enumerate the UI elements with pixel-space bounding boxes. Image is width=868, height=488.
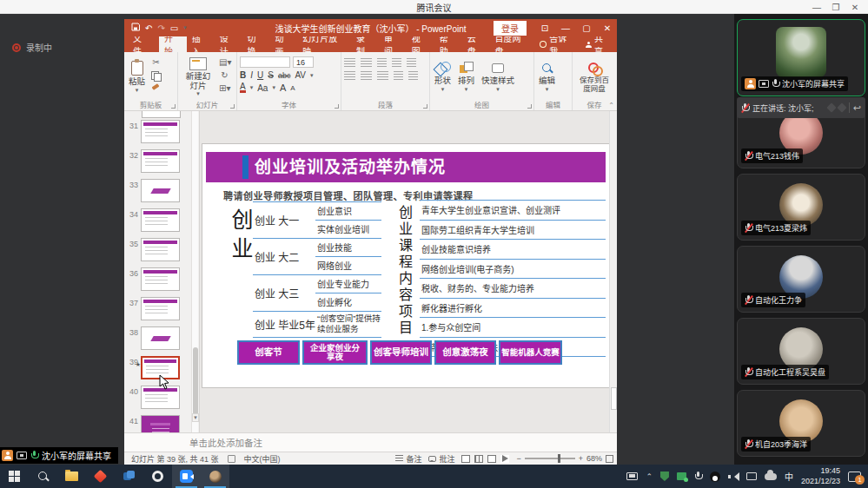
network-tray-icon[interactable] [746, 472, 757, 480]
format-painter-icon[interactable] [150, 83, 162, 93]
reply-arrow-icon[interactable]: ↩ [853, 103, 861, 113]
ppt-minimize-icon[interactable]: — [556, 19, 575, 36]
tab-baidu-netdisk[interactable]: 百度网盘 [490, 36, 535, 52]
slide-canvas[interactable]: 创业培训及活动举办情况 聘请创业导师教授项目管理、团队管理、专利申请等课程 创业… [202, 143, 616, 388]
change-case-button[interactable]: Aa [257, 83, 268, 93]
shrink-font-button[interactable]: A [290, 84, 295, 92]
accessibility-icon[interactable] [228, 455, 235, 463]
thumbnail-34[interactable]: 34 [124, 208, 180, 238]
qq-tray-icon[interactable] [710, 472, 720, 482]
tab-insert[interactable]: 插入 [187, 36, 215, 52]
thumbnail-36[interactable]: 36 [124, 267, 180, 297]
app-blue-docs-button[interactable] [115, 465, 143, 488]
microphone-tray-icon[interactable] [694, 472, 702, 481]
italic-button[interactable]: I [250, 70, 253, 80]
editor-scrollbar[interactable] [609, 111, 617, 432]
file-explorer-button[interactable] [57, 465, 86, 488]
undo-icon[interactable]: ↶ [145, 23, 152, 33]
char-spacing-button[interactable]: AV [295, 70, 306, 80]
taskbar-clock[interactable]: 19:45 2021/12/23 [801, 466, 840, 486]
shapes-button[interactable]: 形状▾ [433, 56, 453, 99]
save-icon[interactable] [131, 23, 140, 33]
line-spacing-icon[interactable] [392, 58, 401, 67]
reset-icon[interactable]: ↻ [219, 70, 230, 80]
minimize-icon[interactable]: — [807, 0, 826, 14]
participant-tile[interactable]: 自动化工程系吴昊盘 [737, 318, 865, 385]
font-color-button[interactable]: A [240, 82, 246, 93]
participant-tile[interactable]: 电气213夏梁炜 [737, 174, 865, 241]
reaction-icon[interactable] [837, 102, 846, 112]
security-shield-icon[interactable] [660, 472, 669, 481]
slide-editor[interactable]: 创业培训及活动举办情况 聘请创业导师教授项目管理、团队管理、专利申请等课程 创业… [200, 111, 617, 432]
app-browser-button[interactable] [143, 465, 172, 488]
ppt-close-icon[interactable]: ✕ [598, 19, 617, 36]
columns-icon[interactable] [408, 71, 418, 80]
bold-button[interactable]: B [240, 70, 246, 80]
app-red-diamond-button[interactable] [86, 465, 115, 488]
comments-toggle-button[interactable]: 批注 [428, 453, 454, 465]
align-right-icon[interactable] [377, 71, 388, 80]
tab-transitions[interactable]: 切换 [242, 36, 270, 52]
align-center-icon[interactable] [361, 71, 372, 80]
redo-icon[interactable]: ↷ [157, 23, 164, 33]
strikethrough-button[interactable]: abc [278, 71, 291, 80]
taskbar-search-button[interactable] [29, 465, 57, 488]
tab-view[interactable]: 视图 [407, 36, 434, 52]
tab-share[interactable]: 共享 [580, 36, 617, 52]
sync-tray-icon[interactable] [677, 472, 686, 480]
justify-icon[interactable] [394, 71, 403, 80]
text-direction-icon[interactable] [407, 58, 416, 67]
reading-view-icon[interactable] [487, 455, 496, 463]
scroll-down-arrow-icon[interactable]: ▼ [192, 413, 199, 422]
thumbnail-38[interactable]: 38 [124, 326, 180, 356]
ppt-maximize-icon[interactable]: ▢ [577, 19, 596, 36]
ribbon-display-icon[interactable]: ⊡ [535, 19, 554, 36]
fit-to-window-icon[interactable] [606, 455, 613, 463]
thumbnail-41[interactable]: 41 [124, 415, 180, 432]
close-icon[interactable]: ✕ [845, 0, 865, 14]
camera-app-button[interactable] [201, 465, 229, 488]
language-status[interactable]: 中文(中国) [244, 453, 281, 465]
paragraph-launcher-icon[interactable] [423, 104, 427, 109]
underline-button[interactable]: U [257, 70, 263, 80]
zoom-out-icon[interactable]: − [516, 454, 520, 463]
slides-launcher-icon[interactable] [230, 104, 235, 109]
slide-sorter-view-icon[interactable] [474, 455, 483, 463]
slide-thumbnail-panel[interactable]: 31 32 33 34 35 36 37 38 39 ★ [124, 111, 200, 432]
numbering-icon[interactable] [361, 58, 372, 67]
bullets-icon[interactable] [344, 58, 355, 67]
editing-button[interactable]: 编辑▾ [537, 56, 557, 99]
tab-file[interactable]: 文件 [124, 36, 159, 52]
notes-toggle-button[interactable]: 备注 [395, 453, 421, 465]
normal-view-icon[interactable] [461, 455, 470, 463]
thumbnail-40[interactable]: 40 [124, 386, 180, 415]
shadow-button[interactable]: S [268, 70, 274, 80]
notification-center-icon[interactable]: 1 [848, 472, 861, 482]
tencent-meeting-app-button[interactable] [172, 465, 201, 488]
thumbnail-37[interactable]: 37 [124, 297, 180, 326]
thumbnail-39-selected[interactable]: 39 ★ [124, 356, 180, 386]
thumbnail-31[interactable]: 31 [124, 120, 180, 149]
copy-icon[interactable] [150, 70, 162, 80]
quick-styles-button[interactable]: 快速样式▾ [480, 56, 516, 99]
zoom-slider[interactable] [525, 458, 575, 459]
thumbnail-35[interactable]: 35 [124, 238, 180, 267]
start-from-beginning-icon[interactable]: ▭ [170, 23, 178, 33]
new-slide-button[interactable]: 新建幻灯片▾ [181, 56, 215, 99]
tab-home[interactable]: 开始 [159, 36, 187, 52]
font-size-combobox[interactable]: 16 [293, 56, 314, 68]
tab-slideshow[interactable]: 幻灯片放映 [297, 36, 351, 52]
zoom-slider-thumb[interactable] [558, 454, 560, 463]
qat-dropdown-icon[interactable]: ▾ [183, 24, 187, 31]
projector-tray-icon[interactable] [626, 472, 638, 480]
save-to-baidu-button[interactable]: 保存到百度网盘 [575, 56, 613, 99]
tab-design[interactable]: 设计 [215, 36, 242, 52]
indent-decrease-icon[interactable] [377, 58, 387, 67]
notes-pane[interactable]: 单击此处添加备注 [124, 432, 617, 452]
participant-tile[interactable]: 自动化王力争 [737, 246, 865, 313]
tab-tell-me[interactable]: 告诉我 [534, 36, 580, 52]
section-icon[interactable]: ⊞▾ [219, 83, 230, 93]
cloud-tray-icon[interactable] [765, 473, 777, 480]
font-name-combobox[interactable] [240, 56, 290, 68]
reaction-icon[interactable] [826, 102, 836, 112]
